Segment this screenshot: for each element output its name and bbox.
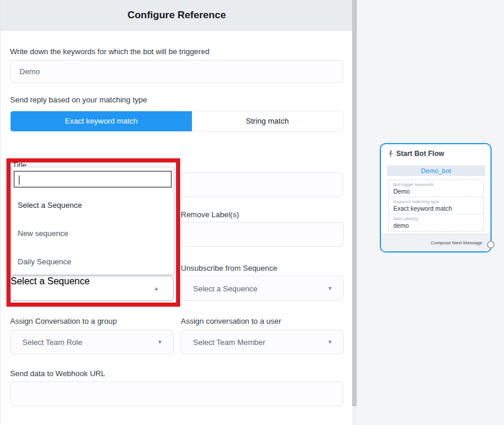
keywords-input[interactable]: [10, 60, 343, 83]
caret-down-icon: ▼: [327, 339, 333, 345]
card-field-label: Add Label(s): [393, 216, 479, 221]
walking-person-icon: [387, 150, 394, 157]
assign-user-label: Assign conversation to a user: [181, 317, 281, 326]
webhook-url-label: Send data to Webhook URL: [10, 369, 105, 378]
card-field: Bot trigger keywords Demo: [389, 180, 483, 197]
keywords-label: Write down the keywords for which the bo…: [10, 47, 210, 56]
card-field-value: demo: [393, 222, 479, 230]
card-header: Start Bot Flow: [387, 150, 444, 158]
flow-canvas: Start Bot Flow Demo_bot Bot trigger keyw…: [357, 0, 504, 425]
unsubscribe-sequence-select[interactable]: Select a Sequence ▼: [181, 275, 344, 301]
card-field-label: Bot trigger keywords: [393, 182, 479, 187]
webhook-url-input[interactable]: [10, 381, 343, 406]
card-field: Add Label(s) demo: [389, 214, 483, 231]
page-title: Configure Reference: [1, 0, 353, 30]
card-field-label: Keyword matching type: [393, 199, 479, 204]
panel-header: Configure Reference: [1, 0, 353, 31]
subscribe-sequence-select[interactable]: Select a Sequence ▲: [10, 275, 174, 301]
scrollbar-thumb[interactable]: [352, 0, 357, 406]
sequence-search-input[interactable]: [14, 171, 172, 188]
sequence-dropdown-panel: Select a Sequence New sequence Daily Seq…: [11, 167, 174, 275]
card-field-value: Exact keyword match: [393, 205, 479, 213]
subscribe-sequence-value: Select a Sequence: [11, 276, 89, 286]
start-bot-flow-card[interactable]: Start Bot Flow Demo_bot Bot trigger keyw…: [380, 143, 492, 253]
assign-group-label: Assign Conversation to a group: [10, 317, 117, 326]
unsubscribe-sequence-value: Select a Sequence: [193, 284, 257, 293]
configure-panel: Configure Reference Write down the keywo…: [0, 0, 352, 425]
bot-name-pill[interactable]: Demo_bot: [387, 165, 485, 176]
card-fields-group: Bot trigger keywords Demo Keyword matchi…: [388, 180, 484, 232]
sequence-option[interactable]: New sequence: [12, 219, 174, 247]
caret-down-icon: ▼: [327, 285, 333, 291]
matching-type-label: Send reply based on your matching type: [10, 95, 147, 104]
assign-user-select[interactable]: Select Team Member ▼: [181, 330, 344, 354]
card-field-value: Demo: [393, 188, 479, 195]
matching-type-tabs: Exact keyword match String match: [10, 111, 343, 132]
sequence-option[interactable]: Select a Sequence: [12, 191, 174, 219]
assign-group-select[interactable]: Select Team Role ▼: [10, 330, 174, 354]
caret-down-icon: ▼: [157, 339, 163, 345]
assign-user-value: Select Team Member: [193, 338, 266, 347]
sequence-option[interactable]: Daily Sequence: [12, 247, 174, 275]
tab-exact-keyword-match[interactable]: Exact keyword match: [11, 111, 192, 131]
tab-string-match[interactable]: String match: [192, 111, 343, 131]
caret-up-icon: ▲: [154, 285, 159, 291]
unsubscribe-sequence-label: Unsubscribe from Sequence: [181, 264, 277, 273]
connector-point[interactable]: [487, 241, 495, 248]
card-field: Keyword matching type Exact keyword matc…: [389, 197, 483, 214]
compose-next-message-label: Compose Next Message: [381, 234, 490, 251]
remove-labels-label: Remove Label(s): [181, 210, 239, 219]
text-cursor: [19, 175, 19, 185]
remove-labels-input[interactable]: [181, 222, 344, 247]
card-title: Start Bot Flow: [396, 150, 444, 158]
assign-group-value: Select Team Role: [22, 338, 82, 347]
